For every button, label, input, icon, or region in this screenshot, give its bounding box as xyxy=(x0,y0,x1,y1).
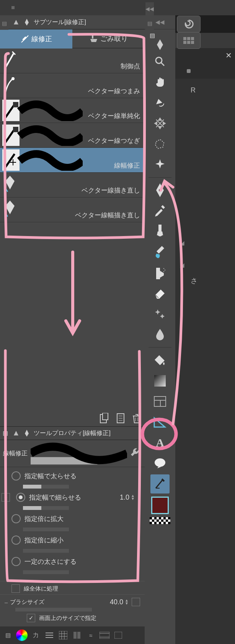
tool-airbrush[interactable] xyxy=(150,263,170,282)
brush-size-value[interactable]: 40.0 ▲▼ xyxy=(110,598,129,606)
mini-slider[interactable] xyxy=(23,570,69,574)
svg-point-17 xyxy=(159,189,161,191)
grid-view-button[interactable] xyxy=(177,32,201,49)
subtool-label: 制御点 xyxy=(121,62,140,71)
collapse-toggle[interactable]: – xyxy=(5,599,10,605)
main-area: ▤ サブツール[線修正] 線修正 ごみ取り xyxy=(0,15,235,644)
svg-rect-5 xyxy=(13,127,18,132)
tool-gradient[interactable] xyxy=(150,371,170,390)
radio-icon[interactable] xyxy=(11,514,21,523)
subtool-pen-icon xyxy=(23,18,31,26)
radio-icon[interactable] xyxy=(11,536,21,545)
svg-rect-13 xyxy=(77,632,80,639)
prop-icon xyxy=(12,429,20,437)
film-icon[interactable] xyxy=(99,629,110,641)
doc-icon[interactable] xyxy=(114,412,127,425)
svg-point-24 xyxy=(155,458,165,467)
mini-slider[interactable] xyxy=(23,506,69,510)
spiral-button[interactable] xyxy=(177,16,201,32)
tool-text[interactable]: A xyxy=(150,433,170,452)
subtool-item-width-redraw[interactable]: ベクター線幅描き直し xyxy=(0,197,145,222)
approx-icon[interactable]: ≈ xyxy=(85,629,96,641)
color-wheel-icon[interactable] xyxy=(16,629,28,641)
option-constant[interactable]: 一定の太さにする xyxy=(0,553,145,570)
tool-move[interactable] xyxy=(150,114,170,133)
option-thicken[interactable]: 指定幅で太らせる xyxy=(0,467,145,485)
panel-menu-icon[interactable]: ▤ xyxy=(2,429,9,437)
collapse-mid[interactable]: ▤ xyxy=(145,17,154,30)
subtool-item-connect[interactable]: ベクター線つなぎ xyxy=(0,123,145,148)
radio-icon[interactable] xyxy=(11,557,21,566)
property-name-row: 線幅修正 xyxy=(0,440,145,467)
brush-size-row[interactable]: – ブラシサイズ 40.0 ▲▼ xyxy=(0,594,145,608)
subtool-item-width[interactable]: 線幅修正 xyxy=(0,148,145,173)
mini-slider[interactable] xyxy=(23,549,69,553)
tool-eraser[interactable] xyxy=(150,284,170,303)
tool-auto-select[interactable] xyxy=(150,155,170,174)
collapse-arrow[interactable]: ◢ xyxy=(175,239,235,246)
tool-blend[interactable] xyxy=(150,325,170,344)
collapse-left[interactable]: ▤ xyxy=(0,17,8,30)
panel-menu-icon[interactable]: ▤ xyxy=(149,32,156,39)
checkbox-icon[interactable] xyxy=(11,584,20,593)
whole-line-row[interactable]: 線全体に処理 xyxy=(0,581,145,594)
tool-frame[interactable] xyxy=(150,392,170,411)
tool-lasso-polygon[interactable] xyxy=(150,134,170,154)
tool-hand[interactable] xyxy=(150,73,170,92)
collapse-arrow[interactable]: ◢ xyxy=(175,262,235,269)
radio-icon[interactable] xyxy=(16,493,25,502)
subtool-item-pinch[interactable]: ベクター線つまみ xyxy=(0,73,145,98)
option-shrink[interactable]: 指定倍に縮小 xyxy=(0,531,145,549)
link-checkbox[interactable] xyxy=(132,598,140,606)
spinner-icon[interactable]: ▲▼ xyxy=(131,494,135,500)
trash-icon[interactable] xyxy=(130,412,143,425)
tool-magnifier[interactable] xyxy=(150,52,170,71)
more-icon[interactable] xyxy=(113,629,124,641)
brush-size-slider[interactable] xyxy=(15,608,92,612)
mini-slider[interactable] xyxy=(23,527,69,531)
spinner-icon[interactable]: ▲▼ xyxy=(125,599,129,605)
tool-property-header[interactable]: ▤ ツールプロパティ[線幅修正] xyxy=(0,426,145,440)
transparent-swatch[interactable] xyxy=(150,517,170,524)
slider-icon[interactable] xyxy=(44,629,55,641)
tool-ruler[interactable] xyxy=(150,413,170,432)
panel-menu-icon[interactable]: ▤ xyxy=(2,629,14,641)
tool-pen[interactable] xyxy=(150,181,170,200)
subtool-item-redraw[interactable]: ベクター線描き直し xyxy=(0,173,145,197)
tab-line-correct[interactable]: 線修正 xyxy=(0,29,72,49)
tool-decoration[interactable] xyxy=(150,304,170,324)
foreground-color-swatch[interactable] xyxy=(151,497,169,514)
option-label: 指定倍に拡大 xyxy=(24,515,64,523)
history-icon[interactable] xyxy=(71,629,83,641)
option-enlarge[interactable]: 指定倍に拡大 xyxy=(0,510,145,527)
subtool-label: ベクター線幅描き直し xyxy=(75,211,140,220)
subtool-panel-header[interactable]: ▤ サブツール[線修正] xyxy=(0,15,145,29)
subtool-item-simplify[interactable]: ベクター線単純化 xyxy=(0,98,145,123)
amount-value[interactable]: 1.0 ▲▼ xyxy=(120,494,135,502)
swatch-grid-icon[interactable] xyxy=(57,629,69,641)
svg-rect-22 xyxy=(154,375,166,387)
tool-fill[interactable] xyxy=(150,351,170,370)
tool-brush-paint[interactable] xyxy=(150,243,170,262)
svg-rect-15 xyxy=(114,632,122,639)
tab-dust[interactable]: ごみ取り xyxy=(72,29,145,49)
value-text: 1.0 xyxy=(120,494,129,502)
tool-rotate[interactable] xyxy=(150,93,170,112)
collapse-mid-top[interactable]: ◀◀ xyxy=(145,2,154,15)
checkbox-icon[interactable] xyxy=(27,614,35,622)
option-thin[interactable]: + 指定幅で細らせる 1.0 ▲▼ xyxy=(0,489,145,506)
tool-line-correct[interactable] xyxy=(150,474,170,494)
tool-brush-thick[interactable] xyxy=(150,222,170,241)
paste-icon[interactable] xyxy=(98,412,111,425)
subtool-item-control-point[interactable]: 制御点 xyxy=(0,49,145,73)
tool-dropper[interactable] xyxy=(150,201,170,220)
mini-slider[interactable] xyxy=(23,485,69,489)
left-column: ▤ サブツール[線修正] 線修正 ごみ取り xyxy=(0,15,145,644)
on-screen-row[interactable]: 画面上のサイズで指定 xyxy=(0,612,145,625)
tab-label: 線修正 xyxy=(31,34,52,44)
close-icon[interactable]: ✕ xyxy=(224,51,233,61)
expand-icon[interactable]: + xyxy=(2,493,10,502)
wrench-icon[interactable] xyxy=(129,447,142,460)
tool-balloon[interactable] xyxy=(150,454,170,473)
radio-icon[interactable] xyxy=(11,471,21,481)
